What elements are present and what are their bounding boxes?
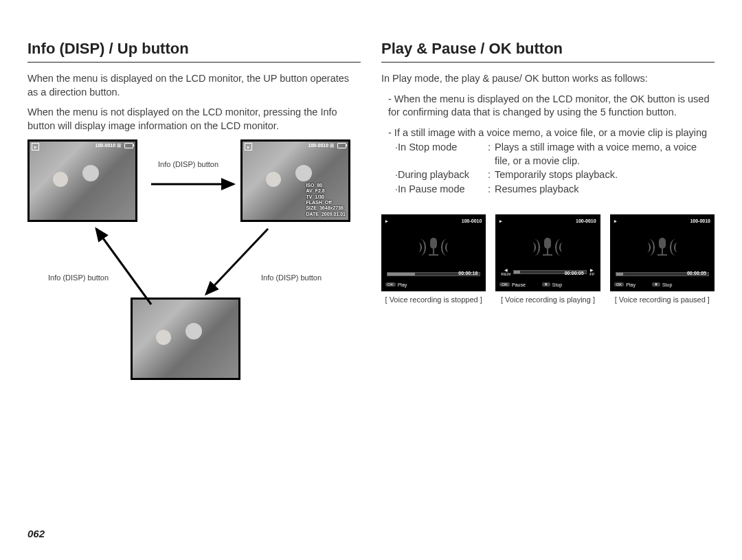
footer-controls: OKPlay [385, 282, 482, 287]
disp-cycle-diagram: ▸ 100-0010 ☰ ▸ 100-0010 ☰ [27, 139, 361, 414]
right-bullet-1: - When the menu is displayed on the LCD … [381, 93, 715, 120]
mode-row: ·In Stop mode : Plays a still image with… [395, 141, 715, 168]
foot-label: Stop [552, 282, 562, 287]
left-para-2: When the menu is not displayed on the LC… [27, 106, 361, 133]
right-intro: In Play mode, the play & pause/ OK butto… [381, 72, 715, 86]
photo-placeholder [133, 300, 238, 378]
playback-icon: ▸ [614, 219, 617, 224]
right-heading: Play & Pause / OK button [381, 40, 715, 63]
svg-line-2 [96, 229, 151, 304]
arrow-label-3: Info (DISP) button [261, 273, 322, 282]
ok-button-icon: OK [385, 282, 396, 287]
voice-lcd-paused: ▸ 100-0010 00:00:05 [610, 214, 715, 291]
left-para-1: When the menu is displayed on the LCD mo… [27, 72, 361, 99]
footer-controls: OKPlay ▼Stop [614, 282, 710, 287]
down-button-icon: ▼ [542, 282, 550, 287]
left-column: Info (DISP) / Up button When the menu is… [27, 40, 361, 525]
file-counter: 100-0010 [308, 143, 329, 148]
mode-value: Plays a still image with a voice memo, a… [495, 141, 715, 168]
file-counter: 100-0010 [576, 219, 596, 223]
soundwave-right-icon [445, 238, 452, 257]
voice-col-playing: ▸ 100-0010 ◀REW ▶FF [495, 214, 600, 304]
voice-preview-row: ▸ 100-0010 00:00:18 [381, 214, 715, 304]
caption-playing: [ Voice recording is playing ] [495, 295, 600, 304]
soundwave-right-icon [559, 238, 566, 257]
file-counter: 100-0010 [462, 219, 482, 223]
mode-value: Temporarily stops playback. [495, 168, 715, 182]
voice-memo-icon: ☰ [117, 143, 121, 148]
two-column-layout: Info (DISP) / Up button When the menu is… [27, 40, 715, 525]
rew-label: ◀REW [501, 268, 510, 276]
ok-button-icon: OK [499, 282, 510, 287]
soundwave-left-icon [529, 238, 536, 257]
mode-row: ·During playback : Temporarily stops pla… [395, 168, 715, 182]
playback-icon: ▸ [32, 143, 39, 150]
playback-icon: ▸ [385, 219, 388, 224]
foot-label: Play [626, 282, 636, 287]
ok-button-icon: OK [614, 282, 625, 287]
right-column: Play & Pause / OK button In Play mode, t… [381, 40, 715, 525]
file-counter: 100-0010 [690, 219, 710, 223]
mode-label: ·In Pause mode [395, 183, 488, 197]
foot-label: Stop [662, 282, 672, 287]
playback-icon: ▸ [245, 143, 252, 150]
file-counter: 100-0010 [95, 143, 116, 148]
foot-label: Play [398, 282, 407, 287]
battery-icon [124, 143, 133, 148]
playback-icon: ▸ [499, 219, 502, 224]
mode-label: ·During playback [395, 168, 488, 182]
lcd-preview-details: ▸ 100-0010 ☰ ISO80 AVF2.8 TV1/30 FLASHOf… [240, 139, 350, 222]
soundwave-left-icon [415, 238, 422, 257]
footer-controls: OKPause ▼Stop [499, 282, 596, 287]
caption-stopped: [ Voice recording is stopped ] [381, 295, 486, 304]
left-heading: Info (DISP) / Up button [27, 40, 361, 63]
ff-label: ▶FF [589, 268, 594, 276]
elapsed-time: 00:00:05 [565, 271, 584, 276]
mode-row: ·In Pause mode : Resumes playback [395, 183, 715, 197]
lcd-preview-basic: ▸ 100-0010 ☰ [27, 139, 137, 222]
voice-col-stopped: ▸ 100-0010 00:00:18 [381, 214, 486, 304]
elapsed-time: 00:00:05 [687, 271, 706, 276]
voice-lcd-stopped: ▸ 100-0010 00:00:18 [381, 214, 486, 291]
arrow-label-1: Info (DISP) button [158, 160, 218, 168]
voice-col-paused: ▸ 100-0010 00:00:05 [610, 214, 715, 304]
mic-graphic [497, 228, 598, 267]
caption-paused: [ Voice recording is paused ] [610, 295, 715, 304]
mode-label: ·In Stop mode [395, 141, 488, 168]
mic-graphic [611, 228, 713, 267]
svg-line-1 [206, 229, 268, 294]
photo-placeholder [30, 142, 135, 220]
microphone-icon [656, 238, 668, 257]
image-info-overlay: ISO80 AVF2.8 TV1/30 FLASHOff SIZE3648x27… [306, 183, 346, 217]
elapsed-time: 00:00:18 [458, 271, 477, 276]
page-number: 062 [27, 528, 715, 539]
soundwave-left-icon [644, 238, 651, 257]
microphone-icon [541, 238, 554, 257]
foot-label: Pause [512, 282, 526, 287]
mic-graphic [383, 228, 484, 267]
mode-table: ·In Stop mode : Plays a still image with… [381, 141, 715, 196]
mode-value: Resumes playback [495, 183, 715, 197]
soundwave-right-icon [674, 238, 681, 257]
battery-icon [337, 143, 346, 148]
arrow-label-2: Info (DISP) button [48, 273, 109, 282]
microphone-icon [427, 238, 440, 257]
voice-memo-icon: ☰ [330, 143, 334, 148]
voice-lcd-playing: ▸ 100-0010 ◀REW ▶FF [495, 214, 600, 291]
lcd-preview-clean [131, 298, 240, 380]
down-button-icon: ▼ [652, 282, 660, 287]
right-bullet-2: - If a still image with a voice memo, a … [381, 126, 715, 140]
